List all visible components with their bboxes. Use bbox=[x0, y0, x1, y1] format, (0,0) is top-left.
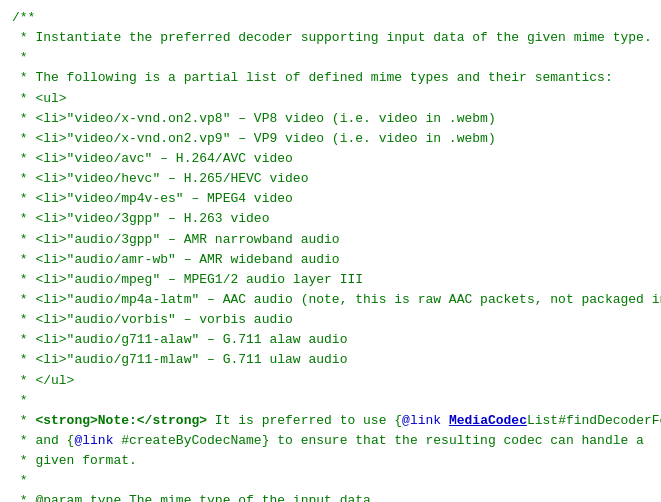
line-12: * <li>"audio/3gpp" – AMR narrowband audi… bbox=[12, 230, 649, 250]
line-11: * <li>"video/3gpp" – H.263 video bbox=[12, 209, 649, 229]
line-16: * <li>"audio/vorbis" – vorbis audio bbox=[12, 310, 649, 330]
line-20: * bbox=[12, 391, 649, 411]
line-3: * bbox=[12, 48, 649, 68]
line-9: * <li>"video/hevc" – H.265/HEVC video bbox=[12, 169, 649, 189]
line-17: * <li>"audio/g711-alaw" – G.711 alaw aud… bbox=[12, 330, 649, 350]
line-19: * </ul> bbox=[12, 371, 649, 391]
line-6: * <li>"video/x-vnd.on2.vp8" – VP8 video … bbox=[12, 109, 649, 129]
line-24: * bbox=[12, 471, 649, 491]
line-14: * <li>"audio/mpeg" – MPEG1/2 audio layer… bbox=[12, 270, 649, 290]
line-8: * <li>"video/avc" – H.264/AVC video bbox=[12, 149, 649, 169]
line-18: * <li>"audio/g711-mlaw" – G.711 ulaw aud… bbox=[12, 350, 649, 370]
line-22: * and {@link #createByCodecName} to ensu… bbox=[12, 431, 649, 451]
line-1: /** bbox=[12, 8, 649, 28]
line-2: * Instantiate the preferred decoder supp… bbox=[12, 28, 649, 48]
line-15: * <li>"audio/mp4a-latm" – AAC audio (not… bbox=[12, 290, 649, 310]
line-7: * <li>"video/x-vnd.on2.vp9" – VP9 video … bbox=[12, 129, 649, 149]
line-5: * <ul> bbox=[12, 89, 649, 109]
line-23: * given format. bbox=[12, 451, 649, 471]
line-4: * The following is a partial list of def… bbox=[12, 68, 649, 88]
code-container: /** * Instantiate the preferred decoder … bbox=[0, 0, 661, 502]
line-10: * <li>"video/mp4v-es" – MPEG4 video bbox=[12, 189, 649, 209]
line-21: * <strong>Note:</strong> It is preferred… bbox=[12, 411, 649, 431]
line-13: * <li>"audio/amr-wb" – AMR wideband audi… bbox=[12, 250, 649, 270]
line-25: * @param type The mime type of the input… bbox=[12, 491, 649, 502]
